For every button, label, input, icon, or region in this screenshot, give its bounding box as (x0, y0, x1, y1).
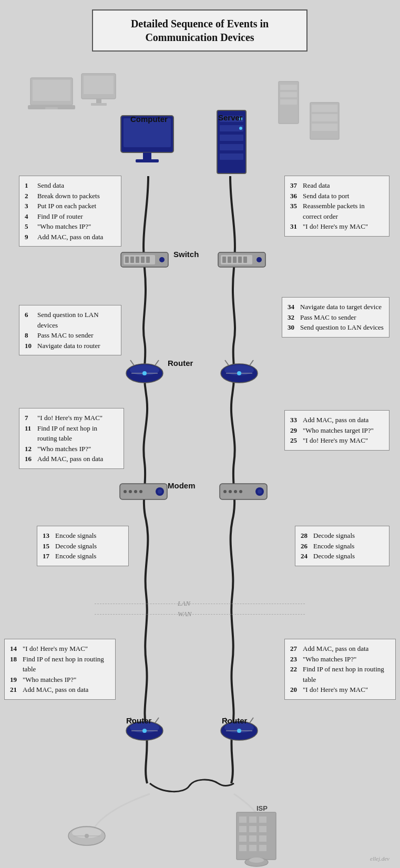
svg-rect-76 (280, 92, 297, 97)
box-switch-left: 6Send question to LAN devices 8Pass MAC … (19, 305, 121, 355)
svg-rect-25 (233, 257, 237, 263)
svg-rect-2 (143, 152, 151, 160)
svg-rect-66 (30, 78, 73, 105)
wan-divider (95, 614, 305, 615)
svg-point-50 (223, 490, 227, 493)
router-left-label: Router (168, 359, 193, 367)
svg-point-45 (134, 490, 137, 493)
title-line2: Communication Devices (145, 32, 254, 43)
svg-rect-7 (220, 135, 243, 141)
svg-rect-88 (259, 826, 266, 832)
svg-point-46 (139, 490, 142, 493)
svg-rect-80 (312, 114, 337, 121)
svg-point-34 (221, 364, 258, 383)
svg-line-65 (250, 718, 253, 723)
box-router-right: 33Add MAC, pass on data 29"Who matches t… (284, 410, 389, 451)
box-switch-right: 34Navigate data to target device 32Pass … (282, 297, 389, 338)
svg-rect-17 (136, 257, 139, 263)
svg-point-11 (239, 127, 242, 130)
svg-rect-26 (238, 257, 242, 263)
svg-line-33 (155, 360, 159, 365)
svg-point-48 (255, 487, 264, 496)
box-computer-left: 1Send data 2Break down to packets 3Put I… (19, 176, 121, 247)
svg-rect-16 (130, 257, 134, 263)
box-modem-left: 13Encode signals 15Decode signals 17Enco… (37, 526, 129, 566)
svg-rect-83 (239, 816, 247, 823)
svg-rect-86 (239, 826, 247, 832)
svg-line-32 (130, 360, 134, 365)
svg-rect-69 (45, 107, 58, 109)
box-router-left: 7"I do! Here's my MAC" 11Find IP of next… (19, 408, 124, 469)
svg-point-95 (245, 858, 268, 866)
switch-label: Switch (173, 250, 199, 259)
svg-rect-72 (96, 99, 101, 104)
svg-point-52 (234, 490, 237, 493)
svg-point-14 (159, 257, 165, 262)
svg-point-96 (249, 857, 264, 863)
svg-rect-73 (91, 103, 107, 106)
box-router2-left: 14"I do! Here's my MAC" 18Find IP of nex… (4, 639, 116, 700)
svg-rect-94 (259, 845, 266, 851)
svg-point-28 (126, 364, 163, 383)
svg-point-44 (129, 490, 132, 493)
svg-rect-78 (310, 103, 339, 139)
svg-rect-40 (120, 484, 167, 499)
svg-rect-6 (220, 125, 243, 131)
page-container: Detailed Sequence of Events in Communica… (0, 0, 400, 868)
svg-rect-12 (121, 252, 168, 267)
svg-point-51 (229, 490, 232, 493)
svg-rect-67 (33, 80, 70, 101)
svg-rect-27 (243, 257, 247, 263)
svg-rect-3 (136, 159, 159, 162)
svg-rect-70 (81, 74, 116, 99)
router2-left-label: Router (126, 716, 151, 725)
svg-rect-75 (280, 85, 297, 90)
svg-point-22 (257, 257, 262, 262)
svg-rect-18 (141, 257, 145, 263)
server-label: Server (218, 113, 243, 122)
svg-rect-15 (125, 257, 129, 263)
modem-label: Modem (168, 481, 196, 490)
box-router2-right: 27Add MAC, pass on data 23"Who matches I… (284, 639, 396, 700)
svg-point-100 (85, 834, 89, 838)
svg-rect-91 (259, 835, 266, 842)
svg-rect-89 (239, 835, 247, 842)
svg-point-98 (72, 828, 101, 838)
svg-rect-77 (280, 99, 297, 105)
title-line1: Detailed Sequence of Events in (131, 18, 269, 29)
title-box: Detailed Sequence of Events in Communica… (92, 9, 307, 52)
svg-rect-68 (28, 105, 75, 109)
svg-point-37 (237, 371, 241, 375)
svg-point-57 (142, 729, 147, 733)
svg-line-59 (155, 718, 159, 723)
svg-rect-81 (312, 124, 337, 131)
svg-rect-13 (124, 255, 155, 264)
svg-rect-19 (146, 257, 150, 263)
svg-point-43 (124, 490, 127, 493)
svg-rect-74 (279, 81, 299, 124)
svg-point-97 (68, 826, 105, 845)
svg-rect-47 (220, 484, 267, 499)
svg-rect-84 (249, 816, 257, 823)
title-text: Detailed Sequence of Events in Communica… (101, 17, 298, 44)
svg-rect-87 (249, 826, 257, 832)
svg-rect-24 (228, 257, 231, 263)
svg-point-42 (158, 489, 162, 494)
box-modem-right: 28Decode signals 26Encode signals 24Deco… (295, 526, 389, 566)
svg-rect-82 (237, 812, 276, 860)
credit-text: ellej.dev (370, 855, 389, 862)
svg-point-31 (142, 371, 147, 375)
computer-label: Computer (130, 115, 168, 124)
svg-point-41 (156, 487, 164, 496)
svg-rect-92 (239, 845, 247, 851)
svg-point-53 (239, 490, 242, 493)
svg-line-39 (250, 360, 253, 365)
lan-divider (95, 604, 305, 604)
svg-rect-9 (220, 154, 243, 160)
svg-rect-85 (259, 816, 266, 823)
svg-rect-93 (249, 845, 257, 851)
svg-rect-21 (221, 255, 252, 264)
svg-rect-90 (249, 835, 257, 842)
svg-point-35 (224, 365, 254, 375)
svg-rect-79 (312, 105, 337, 112)
